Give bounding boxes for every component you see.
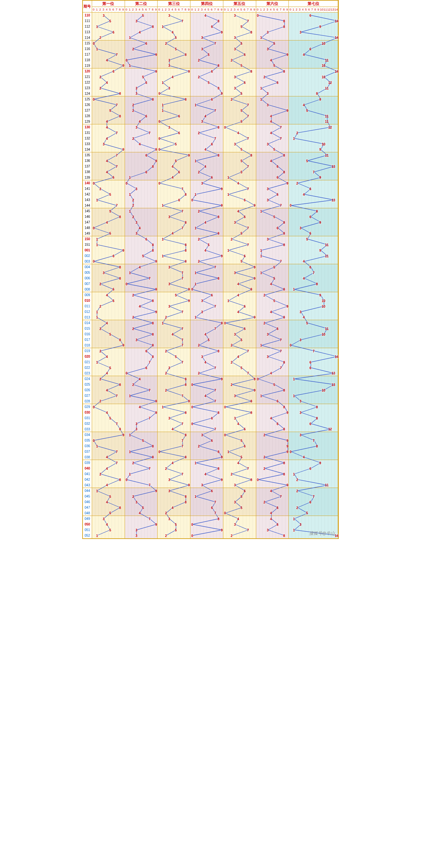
position-cell: 5	[256, 214, 289, 219]
data-point: 1	[260, 343, 262, 347]
chart-row: 0485427045	[83, 510, 338, 516]
data-point: 9	[286, 181, 289, 185]
position-cell: 4	[92, 169, 125, 175]
position-cell: 3	[158, 214, 190, 219]
position-cell: 2	[125, 460, 158, 466]
chart-body: 1103534306111537878141121816589113644983…	[83, 12, 338, 538]
period-id: 140	[83, 180, 92, 186]
position-cell: 6	[289, 46, 338, 52]
data-point: 4	[270, 416, 272, 420]
position-cell: 3	[223, 85, 256, 91]
data-point: 2	[197, 371, 200, 375]
data-point: 5	[240, 231, 243, 235]
position-cell: 0	[223, 320, 256, 326]
data-point: 1	[96, 47, 98, 51]
position-cell: 4	[125, 264, 158, 270]
chart-row: 0361872698	[83, 443, 338, 449]
chart-row: 0327370466	[83, 421, 338, 427]
data-point: 9	[188, 299, 190, 302]
position-cell: 3	[158, 57, 190, 63]
data-point: 5	[207, 338, 210, 342]
position-cell: 10	[289, 298, 338, 303]
data-point: 7	[313, 439, 315, 442]
data-point: 5	[109, 511, 111, 515]
data-point: 8	[185, 455, 187, 459]
data-point: 4	[105, 388, 108, 392]
position-cell: 12	[289, 80, 338, 85]
data-point: 0	[224, 405, 226, 409]
data-point: 3	[266, 30, 269, 34]
data-point: 6	[210, 439, 213, 442]
position-cell: 10	[289, 387, 338, 393]
position-cell: 9	[158, 68, 190, 74]
data-point: 3	[201, 181, 203, 185]
data-point: 4	[105, 467, 108, 470]
position-cell: 10	[289, 331, 338, 337]
data-point: 4	[138, 226, 141, 230]
data-point: 0	[92, 259, 95, 263]
period-id: 141	[83, 186, 92, 191]
data-point: 6	[178, 170, 181, 174]
data-point: 0	[289, 343, 292, 347]
data-point: 6	[145, 114, 148, 118]
data-point: 4	[138, 30, 141, 34]
position-cell: 8	[256, 18, 289, 24]
chart-row: 1267211734	[83, 102, 338, 107]
position-cell: 3	[125, 219, 158, 225]
position-cell: 5	[190, 52, 223, 57]
position-cell: 2	[289, 505, 338, 510]
data-point: 4	[237, 355, 239, 358]
data-point: 8	[119, 114, 121, 118]
data-point: 12	[328, 125, 332, 129]
position-cell: 2	[92, 348, 125, 354]
position-cell: 13	[289, 163, 338, 169]
data-point: 8	[250, 287, 253, 291]
position-cell: 7	[223, 371, 256, 376]
data-point: 1	[227, 192, 230, 196]
chart-row: 1136449833	[83, 29, 338, 35]
data-point: 0	[224, 321, 226, 325]
data-point: 6	[210, 293, 213, 297]
period-id: 011	[83, 303, 92, 309]
data-point: 2	[99, 399, 102, 403]
position-cell: 4	[125, 119, 158, 124]
data-point: 0	[224, 433, 226, 437]
data-point: 5	[109, 366, 111, 370]
position-cell: 1	[158, 320, 190, 326]
data-point: 8	[152, 299, 154, 302]
position-cell: 7	[158, 421, 190, 427]
data-point: 5	[273, 299, 276, 302]
data-point: 4	[105, 523, 108, 526]
period-id: 016	[83, 331, 92, 337]
position-cell: 5	[92, 415, 125, 421]
position-cell: 2	[92, 471, 125, 477]
data-point: 2	[165, 467, 167, 470]
position-cell: 5	[223, 40, 256, 46]
position-cell: 4	[289, 315, 338, 320]
position-cell: 5	[125, 438, 158, 443]
chart-row: 02582802513	[83, 382, 338, 387]
position-cell: 1	[125, 393, 158, 399]
position-cell: 4	[190, 163, 223, 169]
data-point: 8	[217, 86, 220, 90]
data-point: 0	[92, 97, 95, 101]
data-point: 4	[171, 231, 174, 235]
position-cell: 5	[158, 158, 190, 163]
position-cell: 4	[158, 175, 190, 180]
data-point: 4	[105, 136, 108, 140]
position-cell: 12	[289, 124, 338, 130]
data-point: 8	[152, 332, 154, 336]
position-cell: 9	[289, 247, 338, 253]
position-cell: 5	[158, 522, 190, 527]
data-point: 2	[99, 327, 102, 330]
data-point: 2	[132, 315, 134, 319]
data-point: 6	[178, 114, 181, 118]
data-point: 3	[102, 142, 105, 146]
data-point: 9	[286, 304, 289, 308]
position-cell: 0	[92, 40, 125, 46]
position-cell: 3	[289, 337, 338, 343]
data-point: 8	[119, 276, 121, 280]
data-point: 9	[155, 53, 158, 56]
position-cell: 4	[256, 309, 289, 315]
position-cell: 1	[223, 449, 256, 455]
